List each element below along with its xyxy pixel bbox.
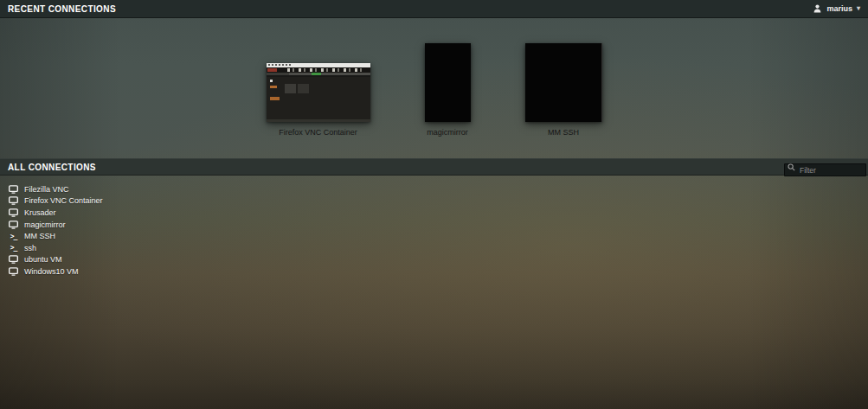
filter-input[interactable] bbox=[784, 163, 866, 176]
connection-name: Firefox VNC Container bbox=[24, 196, 103, 205]
connection-thumbnail bbox=[525, 43, 602, 122]
connection-name: MM SSH bbox=[24, 232, 55, 240]
connection-row[interactable]: Windows10 VM bbox=[0, 265, 868, 278]
connection-name: Windows10 VM bbox=[24, 267, 79, 276]
connection-row[interactable]: Krusader bbox=[0, 207, 868, 219]
connection-row[interactable]: magicmirror bbox=[0, 219, 868, 231]
terminal-icon: >_ bbox=[9, 233, 18, 240]
connection-row[interactable]: ubuntu VM bbox=[0, 254, 868, 266]
recent-connection-label: MM SSH bbox=[548, 128, 579, 137]
recent-connection[interactable]: magicmirror bbox=[425, 43, 471, 137]
all-connections-title: ALL CONNECTIONS bbox=[8, 163, 96, 172]
connection-row[interactable]: Firefox VNC Container bbox=[0, 195, 868, 208]
recent-connection-label: magicmirror bbox=[427, 128, 468, 137]
desktop-icon bbox=[9, 255, 18, 264]
recent-connection[interactable]: Firefox VNC Container bbox=[267, 63, 370, 137]
all-connections-bar: ALL CONNECTIONS bbox=[0, 158, 868, 176]
desktop-icon bbox=[9, 196, 18, 205]
desktop-icon bbox=[9, 220, 18, 229]
connection-name: ssh bbox=[24, 244, 36, 252]
thumbnail-screenshot-detail bbox=[267, 63, 370, 122]
connection-row[interactable]: >_ MM SSH bbox=[0, 230, 868, 242]
connection-row[interactable]: Filezilla VNC bbox=[0, 183, 868, 195]
guacamole-home-screen: RECENT CONNECTIONS marius ▾ bbox=[0, 0, 868, 409]
terminal-icon: >_ bbox=[9, 244, 18, 252]
filter-field-wrap bbox=[784, 161, 866, 174]
desktop-icon bbox=[9, 185, 18, 194]
top-bar: RECENT CONNECTIONS marius ▾ bbox=[0, 0, 868, 18]
connection-thumbnail bbox=[267, 63, 370, 122]
desktop-icon bbox=[9, 267, 18, 276]
connection-thumbnail bbox=[425, 43, 471, 122]
connection-name: Filezilla VNC bbox=[24, 185, 69, 194]
username-label: marius bbox=[826, 4, 852, 13]
recent-connections-title: RECENT CONNECTIONS bbox=[8, 4, 116, 14]
desktop-icon bbox=[9, 208, 18, 217]
connection-name: Krusader bbox=[24, 208, 56, 217]
user-menu-button[interactable]: marius ▾ bbox=[813, 4, 860, 13]
recent-connection[interactable]: MM SSH bbox=[525, 43, 602, 137]
connection-name: ubuntu VM bbox=[24, 255, 62, 264]
recent-connection-label: Firefox VNC Container bbox=[279, 128, 357, 137]
caret-down-icon: ▾ bbox=[857, 5, 860, 12]
recent-connections-row: Firefox VNC Container bbox=[0, 43, 868, 137]
user-icon bbox=[813, 4, 822, 13]
connection-list: Filezilla VNC Firefox VNC Container bbox=[0, 183, 868, 278]
connection-name: magicmirror bbox=[24, 220, 66, 229]
connection-row[interactable]: >_ ssh bbox=[0, 242, 868, 254]
